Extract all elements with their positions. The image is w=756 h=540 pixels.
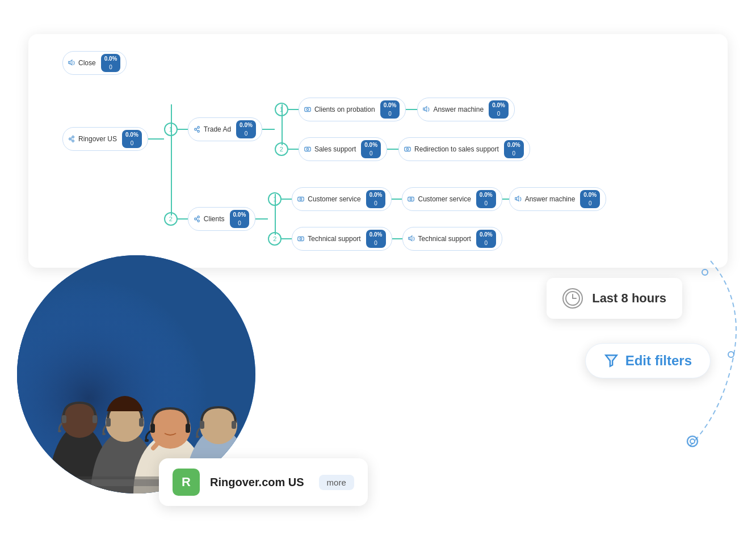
svg-point-11 bbox=[306, 108, 309, 111]
ringover-card: R Ringover.com US more bbox=[159, 458, 368, 506]
svg-point-16 bbox=[194, 218, 196, 220]
svg-rect-25 bbox=[298, 237, 304, 241]
svg-point-13 bbox=[306, 148, 309, 150]
svg-rect-32 bbox=[93, 415, 97, 423]
sales-support-node: Sales support 0.0% 0 bbox=[299, 137, 387, 161]
customer-service-out-label: Customer service bbox=[418, 195, 471, 203]
close-node: Close 0.0% 0 bbox=[62, 51, 127, 75]
svg-marker-58 bbox=[606, 355, 617, 366]
redirection-sales-badge: 0.0% 0 bbox=[504, 140, 524, 158]
svg-point-24 bbox=[410, 198, 413, 200]
ringover-us-badge: 0.0% 0 bbox=[122, 130, 142, 148]
svg-point-56 bbox=[687, 436, 698, 446]
svg-point-55 bbox=[728, 352, 734, 357]
sales-support-badge: 0.0% 0 bbox=[361, 140, 381, 158]
ringover-us-label: Ringover US bbox=[78, 135, 117, 143]
technical-support-out-label: Technical support bbox=[418, 235, 471, 243]
svg-point-18 bbox=[198, 220, 200, 222]
svg-point-0 bbox=[69, 138, 72, 140]
svg-rect-47 bbox=[232, 421, 236, 429]
svg-rect-42 bbox=[186, 424, 190, 433]
svg-line-4 bbox=[71, 140, 72, 141]
answer-machine-1-badge: 0.0% 0 bbox=[489, 100, 509, 119]
clients-on-probation-badge: 0.0% 0 bbox=[380, 100, 400, 119]
edit-filters-label: Edit filters bbox=[625, 353, 692, 369]
trade-ad-label: Trade Ad bbox=[204, 125, 231, 133]
svg-point-5 bbox=[194, 128, 196, 130]
close-label: Close bbox=[78, 59, 96, 67]
svg-line-9 bbox=[196, 130, 198, 131]
clients-badge: 0.0% 0 bbox=[230, 210, 250, 228]
time-badge: Last 8 hours bbox=[547, 278, 682, 319]
answer-machine-2-badge: 0.0% 0 bbox=[580, 190, 600, 208]
svg-rect-12 bbox=[305, 147, 311, 151]
customer-service-out-node: Customer service 0.0% 0 bbox=[402, 187, 502, 211]
clock-icon bbox=[562, 288, 583, 309]
clients-on-probation-label: Clients on probation bbox=[314, 106, 375, 113]
svg-point-6 bbox=[198, 126, 200, 129]
answer-machine-1-node: Answer machine 0.0% 0 bbox=[417, 98, 515, 121]
svg-point-26 bbox=[300, 238, 303, 240]
svg-rect-38 bbox=[102, 433, 106, 435]
svg-line-20 bbox=[196, 220, 198, 221]
hero-circle-image bbox=[17, 255, 255, 493]
svg-rect-43 bbox=[145, 439, 149, 442]
svg-point-7 bbox=[198, 130, 200, 133]
customer-service-in-node: Customer service 0.0% 0 bbox=[292, 187, 392, 211]
flow-area: Close 0.0% 0 Ringo bbox=[51, 51, 705, 251]
bottom-section: Last 8 hours Edit filters R Ringover.com… bbox=[0, 244, 756, 540]
svg-line-3 bbox=[71, 137, 72, 138]
ringover-us-node: Ringover US 0.0% 0 bbox=[62, 127, 148, 151]
svg-rect-21 bbox=[298, 197, 304, 201]
svg-rect-10 bbox=[305, 108, 311, 112]
close-badge: 0.0% 0 bbox=[101, 54, 121, 72]
answer-machine-2-node: Answer machine 0.0% 0 bbox=[509, 187, 607, 211]
redirection-sales-node: Redirection to sales support 0.0% 0 bbox=[398, 137, 530, 161]
svg-rect-23 bbox=[408, 197, 414, 201]
answer-machine-1-label: Answer machine bbox=[433, 106, 484, 113]
svg-point-17 bbox=[198, 216, 200, 218]
clients-node: Clients 0.0% 0 bbox=[188, 207, 255, 231]
svg-rect-33 bbox=[58, 430, 61, 432]
trade-ad-badge: 0.0% 0 bbox=[236, 120, 256, 138]
more-button[interactable]: more bbox=[319, 475, 354, 490]
svg-rect-41 bbox=[150, 424, 155, 433]
svg-rect-14 bbox=[405, 147, 411, 151]
sales-support-label: Sales support bbox=[314, 145, 356, 153]
time-badge-label: Last 8 hours bbox=[592, 291, 666, 306]
clients-label: Clients bbox=[204, 215, 225, 223]
svg-point-15 bbox=[406, 148, 409, 150]
svg-rect-48 bbox=[196, 436, 199, 438]
trade-ad-node: Trade Ad 0.0% 0 bbox=[188, 117, 262, 141]
svg-rect-36 bbox=[106, 418, 111, 427]
svg-point-22 bbox=[300, 198, 303, 200]
technical-support-in-label: Technical support bbox=[308, 235, 360, 243]
svg-point-2 bbox=[72, 140, 74, 142]
clients-on-probation-node: Clients on probation 0.0% 0 bbox=[299, 98, 406, 121]
svg-line-19 bbox=[196, 217, 198, 218]
svg-point-57 bbox=[690, 439, 695, 444]
answer-machine-2-label: Answer machine bbox=[525, 195, 576, 203]
redirection-sales-label: Redirection to sales support bbox=[414, 145, 499, 153]
svg-point-54 bbox=[702, 269, 708, 275]
svg-point-1 bbox=[72, 136, 74, 138]
ringover-label: Ringover.com US bbox=[210, 476, 304, 489]
svg-rect-46 bbox=[200, 421, 204, 429]
svg-rect-37 bbox=[139, 418, 144, 427]
customer-service-out-badge: 0.0% 0 bbox=[476, 190, 496, 208]
flow-diagram-card: Close 0.0% 0 Ringo bbox=[28, 34, 728, 268]
customer-service-in-badge: 0.0% 0 bbox=[366, 190, 386, 208]
ringover-avatar: R bbox=[173, 469, 200, 496]
edit-filters-button[interactable]: Edit filters bbox=[585, 343, 711, 378]
svg-line-8 bbox=[196, 128, 198, 129]
customer-service-in-label: Customer service bbox=[308, 195, 360, 203]
svg-rect-31 bbox=[62, 415, 66, 423]
